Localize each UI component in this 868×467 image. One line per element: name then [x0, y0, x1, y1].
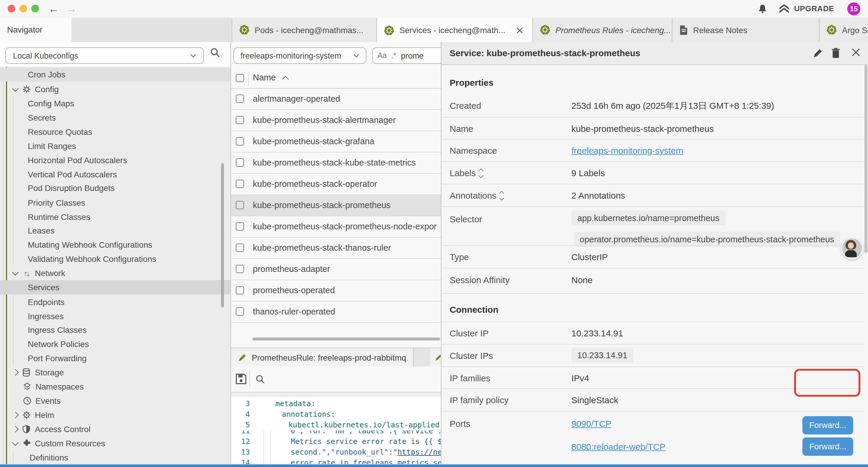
bell-icon[interactable]: [758, 4, 767, 13]
runbook-url-link[interactable]: https://net: [397, 447, 441, 456]
sidebar-item-mutating-webhook-configurations[interactable]: Mutating Webhook Configurations: [0, 238, 230, 252]
sidebar-group-access-control[interactable]: Access Control: [0, 422, 230, 436]
row-checkbox[interactable]: [236, 265, 244, 273]
sidebar-group-storage[interactable]: Storage: [0, 365, 230, 380]
row-checkbox[interactable]: [236, 116, 244, 124]
yaml-editor[interactable]: 3metadata: 4annotations: 5kubectl.kubern…: [230, 397, 441, 464]
tab-label: Prometheus Rules - icecheng...: [555, 25, 671, 35]
sidebar-item-endpoints[interactable]: Endpoints: [0, 295, 230, 309]
sidebar-item-validating-webhook-configurations[interactable]: Validating Webhook Configurations: [0, 252, 230, 266]
sidebar-item-leases[interactable]: Leases: [0, 224, 230, 238]
sidebar-item-priority-classes[interactable]: Priority Classes: [0, 196, 230, 210]
table-row[interactable]: alertmanager-operated: [231, 89, 441, 110]
editor-tab-prometheusrule[interactable]: PrometheusRule: freeleaps-prod-rabbitmq: [231, 348, 414, 367]
back-arrow-icon[interactable]: ←: [49, 1, 59, 17]
close-traffic-light[interactable]: [8, 5, 16, 12]
minimize-traffic-light[interactable]: [20, 5, 27, 12]
close-tab-icon[interactable]: [517, 27, 523, 33]
sidebar-item-definitions[interactable]: Definitions: [0, 450, 230, 465]
maximize-traffic-light[interactable]: [31, 5, 39, 12]
assistant-avatar[interactable]: [841, 237, 863, 260]
row-checkbox[interactable]: [236, 201, 244, 209]
row-checkbox[interactable]: [236, 158, 244, 167]
table-row[interactable]: kube-prometheus-stack-alertmanager: [231, 110, 441, 131]
row-checkbox[interactable]: [236, 308, 244, 316]
table-row[interactable]: prometheus-operated: [231, 280, 441, 301]
table-search-input[interactable]: Aa .* prome: [372, 47, 447, 64]
sidebar-item-events[interactable]: Events: [0, 394, 230, 408]
regex-toggle[interactable]: .*: [392, 52, 397, 60]
close-panel-icon[interactable]: [851, 48, 860, 57]
sidebar-item-config-maps[interactable]: Config Maps: [0, 96, 230, 111]
table-row[interactable]: kube-prometheus-stack-operator: [231, 174, 441, 195]
tab-navigator[interactable]: Navigator: [0, 18, 71, 42]
delete-trash-icon[interactable]: [831, 48, 840, 58]
select-all-checkbox[interactable]: [236, 74, 244, 82]
table-row[interactable]: kube-prometheus-stack-thanos-ruler: [231, 238, 441, 259]
sidebar-scrollbar[interactable]: [221, 163, 224, 308]
row-checkbox[interactable]: [236, 95, 244, 103]
search-icon[interactable]: [255, 374, 265, 384]
match-case-toggle[interactable]: Aa: [378, 52, 387, 60]
detail-scrollbar[interactable]: [864, 65, 867, 253]
port-link[interactable]: 8080:reloader-web/TCP: [571, 442, 665, 451]
tab-release-notes[interactable]: Release Notes: [672, 18, 818, 42]
forward-arrow-icon[interactable]: →: [66, 1, 77, 17]
row-checkbox[interactable]: [236, 180, 244, 188]
table-row-selected[interactable]: kube-prometheus-stack-prometheus: [231, 195, 441, 216]
table-row[interactable]: kube-prometheus-stack-grafana: [231, 131, 441, 152]
detail-row-name: Name kube-prometheus-stack-prometheus: [441, 117, 864, 139]
upgrade-label[interactable]: UPGRADE: [794, 4, 834, 13]
row-checkbox[interactable]: [236, 137, 244, 145]
sidebar-item-horizontal-pod-autoscalers[interactable]: Horizontal Pod Autoscalers: [0, 153, 230, 167]
search-icon[interactable]: [210, 47, 220, 58]
name-column-header[interactable]: Name: [253, 73, 276, 82]
port-forward-button[interactable]: Forward...: [802, 437, 853, 456]
tab-pods[interactable]: Pods - icecheng@mathmas...: [231, 18, 376, 42]
row-checkbox[interactable]: [236, 243, 244, 252]
row-checkbox[interactable]: [236, 286, 244, 294]
table-row[interactable]: kube-prometheus-stack-prometheus-node-ex…: [231, 216, 441, 238]
expand-collapse-icon[interactable]: [479, 169, 483, 177]
sidebar-item-resource-quotas[interactable]: Resource Quotas: [0, 125, 230, 139]
sidebar-item-namespaces[interactable]: Namespaces: [0, 380, 230, 394]
sort-ascending-icon[interactable]: [282, 76, 289, 83]
sidebar-item-runtime-classes[interactable]: Runtime Classes: [0, 210, 230, 224]
table-horizontal-scrollbar[interactable]: [252, 338, 440, 341]
namespace-filter-dropdown[interactable]: freeleaps-monitoring-system: [234, 47, 366, 64]
edit-pencil-icon[interactable]: [813, 48, 823, 58]
tab-label: Services - icecheng@math...: [399, 25, 505, 35]
sidebar-item-vertical-pod-autoscalers[interactable]: Vertical Pod Autoscalers: [0, 167, 230, 181]
expand-collapse-icon[interactable]: [500, 191, 503, 200]
sidebar-group-config[interactable]: Config: [0, 82, 230, 96]
sidebar-item-services[interactable]: Services: [0, 280, 230, 294]
port-forward-button[interactable]: Forward...: [802, 416, 853, 435]
chevron-right-icon: [12, 412, 19, 418]
save-icon[interactable]: [236, 374, 246, 384]
table-row[interactable]: thanos-ruler-operated: [231, 301, 441, 323]
detail-title: Service: kube-prometheus-stack-prometheu…: [450, 48, 640, 58]
notifications-badge[interactable]: 15: [847, 2, 860, 16]
table-row[interactable]: prometheus-adapter: [231, 259, 441, 280]
sidebar-item-limit-ranges[interactable]: Limit Ranges: [0, 139, 230, 153]
table-row[interactable]: kube-prometheus-stack-kube-state-metrics: [231, 152, 441, 174]
sidebar-group-custom-resources[interactable]: Custom Resources: [0, 436, 230, 450]
sidebar-item-pod-disruption-budgets[interactable]: Pod Disruption Budgets: [0, 181, 230, 195]
row-checkbox[interactable]: [236, 222, 244, 231]
port-link[interactable]: 9090/TCP: [571, 418, 611, 429]
sidebar-item-network-policies[interactable]: Network Policies: [0, 337, 230, 351]
upgrade-icon[interactable]: [779, 4, 789, 13]
tab-label: Release Notes: [693, 25, 747, 35]
tab-services[interactable]: Services - icecheng@math...: [376, 18, 532, 42]
sidebar-group-helm[interactable]: Helm: [0, 408, 230, 422]
namespace-link[interactable]: freeleaps-monitoring-system: [571, 145, 683, 155]
sidebar-item-port-forwarding[interactable]: Port Forwarding: [0, 351, 230, 365]
tab-prometheus-rules[interactable]: Prometheus Rules - icecheng...: [532, 18, 672, 42]
sidebar-item-secrets[interactable]: Secrets: [0, 111, 230, 125]
kubeconfig-dropdown[interactable]: Local Kubeconfigs: [5, 47, 204, 64]
sidebar-item-ingresses[interactable]: Ingresses: [0, 309, 230, 323]
sidebar-item-cron-jobs[interactable]: Cron Jobs: [0, 67, 230, 82]
sidebar-group-network[interactable]: ↑↓ Network: [0, 266, 230, 280]
sidebar-item-ingress-classes[interactable]: Ingress Classes: [0, 323, 230, 337]
tab-argo[interactable]: Argo Se: [819, 18, 868, 42]
